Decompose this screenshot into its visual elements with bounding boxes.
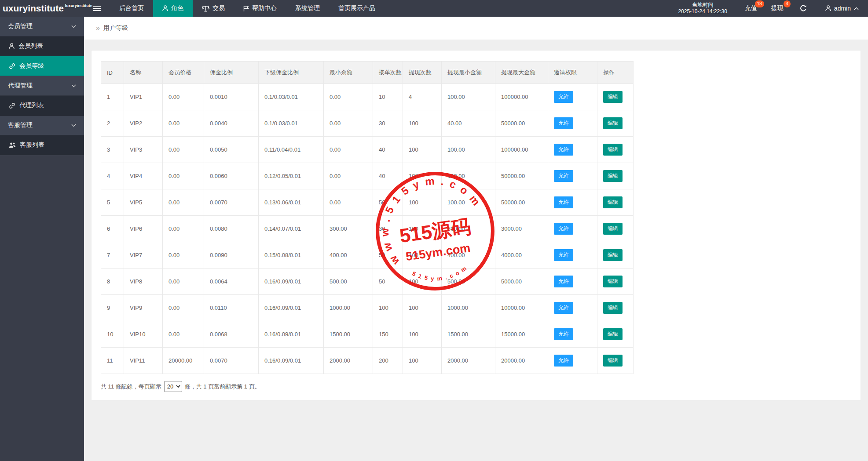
table-cell: 0.14/0.07/0.01 <box>259 216 324 242</box>
table-cell: 0.00 <box>163 269 204 295</box>
table-cell: 0.00 <box>163 321 204 348</box>
table-row: 3VIP30.000.00500.11/0.04/0.010.004010010… <box>101 137 634 163</box>
table-cell: 100 <box>403 348 442 374</box>
table-cell: 50 <box>373 189 403 216</box>
allow-button[interactable]: 允许 <box>554 276 573 287</box>
table-cell: VIP10 <box>124 321 163 348</box>
edit-button[interactable]: 编辑 <box>603 223 623 235</box>
time-value: 2025-10-24 14:22:30 <box>678 8 727 15</box>
table-cell: 100000.00 <box>495 137 548 163</box>
table-cell: 500.00 <box>324 269 373 295</box>
table-cell: 1 <box>101 84 124 110</box>
table-cell: 2000.00 <box>324 348 373 374</box>
edit-button[interactable]: 编辑 <box>603 328 623 340</box>
allow-button[interactable]: 允许 <box>554 144 573 156</box>
sidebar: 会员管理 会员列表 会员等级 代理管理 代理列表 客服管理 <box>0 17 84 461</box>
table-cell: 5 <box>101 189 124 216</box>
table-cell: 300.00 <box>442 216 495 242</box>
action-cell: 编辑 <box>597 242 634 269</box>
allow-button[interactable]: 允许 <box>554 249 573 261</box>
table-cell: 8 <box>101 269 124 295</box>
sidebar-group-service-management[interactable]: 客服管理 <box>0 116 84 135</box>
logo-text: uxuryinstitute <box>3 3 64 14</box>
table-cell: 30 <box>373 216 403 242</box>
table-cell: 4000.00 <box>495 242 548 269</box>
table-cell: 500.00 <box>442 269 495 295</box>
table-row: 11VIP1120000.000.00700.16/0.09/0.012000.… <box>101 348 634 374</box>
table-row: 6VIP60.000.00800.14/0.07/0.01300.0030100… <box>101 216 634 242</box>
column-header: 提现最大金额 <box>495 62 548 84</box>
table-cell: 0.0064 <box>204 269 259 295</box>
allow-button[interactable]: 允许 <box>554 196 573 208</box>
edit-button[interactable]: 编辑 <box>603 117 623 129</box>
refresh-icon <box>800 5 807 12</box>
table-cell: 1000.00 <box>324 295 373 321</box>
recharge-button[interactable]: 充值 18 <box>738 0 764 17</box>
allow-button[interactable]: 允许 <box>554 170 573 182</box>
edit-button[interactable]: 编辑 <box>603 170 623 182</box>
table-cell: 0.00 <box>163 110 204 137</box>
table-row: 8VIP80.000.00640.16/0.09/0.01500.0050100… <box>101 269 634 295</box>
table-cell: VIP9 <box>124 295 163 321</box>
chevron-down-icon <box>71 84 76 87</box>
sidebar-item-agent-list[interactable]: 代理列表 <box>0 96 84 116</box>
nav-item-home-products[interactable]: 首页展示产品 <box>329 0 385 17</box>
invite-permission-cell: 允许 <box>548 189 597 216</box>
table-cell: VIP11 <box>124 348 163 374</box>
table-cell: 100 <box>403 189 442 216</box>
nav-item-system[interactable]: 系统管理 <box>286 0 329 17</box>
refresh-button[interactable] <box>791 0 816 17</box>
scales-icon <box>202 5 209 12</box>
action-cell: 编辑 <box>597 348 634 374</box>
invite-permission-cell: 允许 <box>548 321 597 348</box>
navbar-menu: 后台首页 角色 交易 帮助中心 系统管理 首页展示产品 <box>84 0 385 17</box>
edit-button[interactable]: 编辑 <box>603 302 623 314</box>
nav-item-roles[interactable]: 角色 <box>153 0 193 17</box>
withdraw-button[interactable]: 提现 4 <box>764 0 791 17</box>
nav-item-dashboard[interactable]: 后台首页 <box>110 0 153 17</box>
table-cell: 400.00 <box>324 242 373 269</box>
edit-button[interactable]: 编辑 <box>603 91 623 103</box>
table-cell: 0.0070 <box>204 348 259 374</box>
hamburger-button[interactable] <box>84 0 110 17</box>
column-header: 会员价格 <box>163 62 204 84</box>
edit-button[interactable]: 编辑 <box>603 355 623 367</box>
sidebar-item-member-list[interactable]: 会员列表 <box>0 36 84 56</box>
allow-button[interactable]: 允许 <box>554 355 573 367</box>
pagination-prefix: 共 11 條記錄，每頁顯示 <box>101 383 161 391</box>
edit-button[interactable]: 编辑 <box>603 196 623 208</box>
table-cell: 100 <box>403 295 442 321</box>
edit-button[interactable]: 编辑 <box>603 249 623 261</box>
edit-button[interactable]: 编辑 <box>603 144 623 156</box>
sidebar-item-member-level[interactable]: 会员等级 <box>0 56 84 76</box>
allow-button[interactable]: 允许 <box>554 91 573 103</box>
allow-button[interactable]: 允许 <box>554 117 573 129</box>
table-cell: 0.0090 <box>204 242 259 269</box>
allow-button[interactable]: 允许 <box>554 302 573 314</box>
edit-button[interactable]: 编辑 <box>603 276 623 287</box>
sidebar-group-agent-management[interactable]: 代理管理 <box>0 76 84 96</box>
user-menu[interactable]: admin <box>816 0 868 17</box>
table-cell: VIP6 <box>124 216 163 242</box>
link-icon <box>9 102 15 109</box>
logo-superscript: luxuryinstitute <box>65 4 92 8</box>
allow-button[interactable]: 允许 <box>554 223 573 235</box>
allow-button[interactable]: 允许 <box>554 328 573 340</box>
table-cell: 100.00 <box>442 137 495 163</box>
table-cell: 4 <box>101 163 124 189</box>
column-header: 名称 <box>124 62 163 84</box>
sidebar-item-service-list[interactable]: 客服列表 <box>0 135 84 155</box>
nav-item-trade[interactable]: 交易 <box>193 0 234 17</box>
table-cell: 0.16/0.09/0.01 <box>259 295 324 321</box>
table-cell: 100 <box>403 163 442 189</box>
table-cell: 10000.00 <box>495 295 548 321</box>
table-cell: 100 <box>403 137 442 163</box>
nav-item-help-center[interactable]: 帮助中心 <box>234 0 286 17</box>
table-cell: 0.12/0.05/0.01 <box>259 163 324 189</box>
invite-permission-cell: 允许 <box>548 348 597 374</box>
table-cell: 0.0050 <box>204 137 259 163</box>
table-cell: 0.0080 <box>204 216 259 242</box>
page-size-select[interactable]: 20 <box>164 381 182 392</box>
table-cell: VIP7 <box>124 242 163 269</box>
sidebar-group-member-management[interactable]: 会员管理 <box>0 17 84 36</box>
